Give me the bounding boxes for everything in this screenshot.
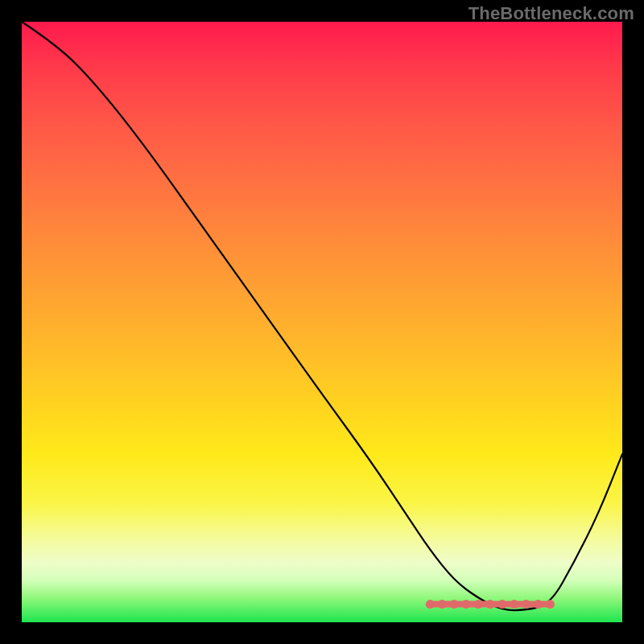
optimal-dot [438, 600, 447, 609]
chart-stage: TheBottleneck.com [0, 0, 644, 644]
optimal-range-dots [426, 600, 555, 609]
optimal-dot [450, 600, 459, 609]
bottleneck-curve [22, 22, 622, 610]
optimal-dot [462, 600, 471, 609]
watermark-text: TheBottleneck.com [469, 3, 634, 24]
optimal-dot [474, 600, 483, 609]
optimal-dot [497, 600, 506, 609]
optimal-dot [522, 600, 530, 609]
optimal-dot [485, 600, 494, 609]
optimal-dot [426, 600, 435, 609]
optimal-dot [534, 600, 543, 609]
optimal-dot [546, 600, 555, 609]
chart-overlay-svg [22, 22, 622, 622]
optimal-dot [510, 600, 518, 609]
